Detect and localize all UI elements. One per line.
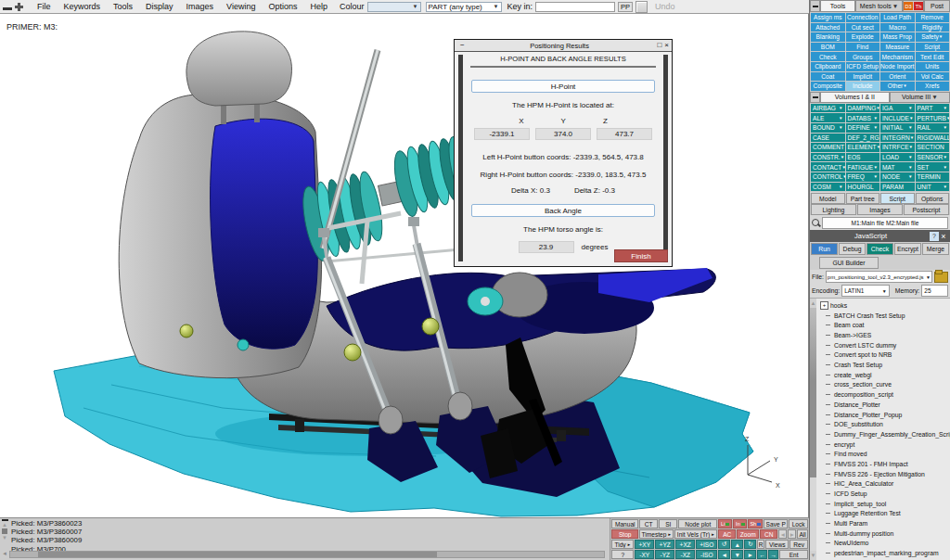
rotate-left-button[interactable]: ◄ bbox=[718, 550, 730, 559]
script-item[interactable]: Crash Test Setup bbox=[820, 360, 950, 370]
keyword-button[interactable]: PERTURB▼ bbox=[916, 113, 950, 122]
tool-button[interactable]: Rigidify bbox=[916, 23, 950, 32]
search-icon[interactable] bbox=[812, 219, 820, 227]
script-item[interactable]: Distance_Plotter bbox=[820, 400, 950, 410]
tool-button[interactable]: Macro bbox=[880, 23, 915, 32]
javascript-action-button[interactable]: Check bbox=[867, 243, 893, 255]
javascript-action-button[interactable]: Merge bbox=[922, 243, 949, 255]
scroll-up-icon[interactable]: ▲ bbox=[2, 522, 7, 528]
script-item[interactable]: create_webgl bbox=[820, 370, 950, 380]
script-item[interactable]: DOE_substitution bbox=[820, 419, 950, 429]
dialog-maximize-icon[interactable]: □ bbox=[657, 42, 661, 49]
keyword-button[interactable]: PARAM bbox=[880, 183, 915, 192]
view-minus-xy-button[interactable]: -XY bbox=[635, 550, 654, 559]
keyword-button[interactable]: LOAD▼ bbox=[880, 153, 915, 162]
tab-post[interactable]: Post bbox=[924, 0, 950, 12]
line-mode-button[interactable]: Li bbox=[718, 519, 732, 528]
scrollbar-thumb[interactable] bbox=[2, 528, 7, 534]
undo-button[interactable]: Undo bbox=[655, 2, 675, 11]
keyword-button[interactable]: RAIL▼ bbox=[916, 123, 950, 133]
views-button[interactable]: Views bbox=[765, 540, 789, 549]
script-item[interactable]: encrypt bbox=[820, 439, 950, 450]
tool-button[interactable]: Vol Calc bbox=[916, 72, 950, 82]
ac-button[interactable]: AC bbox=[718, 529, 736, 539]
tool-button[interactable]: Implicit bbox=[846, 72, 880, 82]
pan-right-button[interactable]: → bbox=[768, 550, 778, 559]
model-file-field[interactable]: M1:Main file M2:Main file bbox=[822, 217, 948, 229]
tool-button[interactable]: BOM bbox=[811, 43, 845, 52]
rev-button[interactable]: Rev bbox=[790, 540, 808, 549]
script-item[interactable]: NewUIdemo bbox=[820, 539, 950, 549]
rotate-up-button[interactable]: ▲ bbox=[731, 540, 743, 549]
tool-button[interactable]: Composite bbox=[811, 82, 845, 91]
keyword-button[interactable]: DEF_2_RG bbox=[846, 134, 880, 143]
tool-button[interactable]: Connection bbox=[846, 13, 880, 22]
keyword-button[interactable]: AIRBAG▼ bbox=[811, 104, 845, 113]
move-icon[interactable] bbox=[15, 3, 23, 11]
keyword-button[interactable]: FATIGUE▼ bbox=[846, 162, 880, 172]
folder-icon[interactable] bbox=[934, 272, 948, 283]
menu-item[interactable]: Help bbox=[303, 2, 334, 11]
menu-item[interactable]: Tools bbox=[107, 2, 139, 11]
all-button[interactable]: All bbox=[797, 529, 808, 539]
zoom-button[interactable]: Zoom bbox=[737, 529, 759, 539]
keyword-button[interactable]: EOS bbox=[846, 153, 880, 162]
tool-button[interactable]: Safety▼ bbox=[916, 32, 950, 42]
panel-nav-tab[interactable]: Lighting bbox=[811, 204, 856, 215]
scroll-down-icon[interactable]: ▼ bbox=[811, 553, 816, 558]
keyword-button[interactable]: INITIAL▼ bbox=[880, 123, 915, 133]
timestep-button[interactable]: Timestep► bbox=[639, 529, 674, 539]
script-item[interactable]: Beam coat bbox=[820, 320, 950, 330]
view-minus-yz-button[interactable]: -YZ bbox=[655, 550, 674, 559]
tool-button[interactable]: Measure bbox=[880, 43, 915, 52]
keyword-button[interactable]: BOUND▼ bbox=[811, 123, 845, 133]
tool-button[interactable]: ICFD Setup bbox=[846, 62, 880, 71]
dialog-left-grip[interactable] bbox=[458, 55, 463, 261]
tool-button[interactable]: Other▼ bbox=[880, 82, 915, 91]
keyword-button[interactable]: UNIT▼ bbox=[916, 183, 950, 192]
script-item[interactable]: BATCH Crash Test Setup bbox=[820, 311, 950, 321]
keyword-button[interactable]: TERMIN bbox=[916, 172, 950, 182]
tool-button[interactable]: Units bbox=[916, 62, 950, 71]
tool-button[interactable]: Mass Prop bbox=[880, 32, 915, 42]
keyword-button[interactable]: COMMENT bbox=[811, 143, 845, 152]
script-item[interactable]: Distance_Plotter_Popup bbox=[820, 410, 950, 420]
drag-handle-icon[interactable] bbox=[2, 519, 8, 521]
tool-button[interactable]: Script bbox=[916, 43, 950, 52]
tool-button[interactable]: Text Edit bbox=[916, 52, 950, 61]
script-item[interactable]: pedestrian_impact_marking_program bbox=[820, 548, 950, 558]
script-item[interactable]: FMVSS 201 - FMH Impact bbox=[820, 459, 950, 469]
script-item[interactable]: decomposition_script bbox=[820, 389, 950, 400]
init-vels-button[interactable]: Init Vels (Tr)► bbox=[674, 529, 717, 539]
rotate-right-button[interactable]: ► bbox=[744, 550, 756, 559]
panel-nav-tab[interactable]: Postscript bbox=[904, 204, 949, 215]
menu-item[interactable]: Keywords bbox=[58, 2, 108, 11]
pp-button[interactable]: PP bbox=[618, 2, 633, 12]
panel-nav-tab[interactable]: Script bbox=[880, 193, 915, 204]
colour-dropdown[interactable]: ▼ bbox=[367, 2, 421, 12]
tab-volume-3[interactable]: Volume III▼ bbox=[890, 92, 950, 103]
d3plot-icon[interactable]: D3 bbox=[904, 2, 913, 10]
tool-button[interactable]: Cut sect bbox=[846, 23, 880, 32]
tool-button[interactable]: Check bbox=[811, 52, 845, 61]
tool-button[interactable]: Groups bbox=[846, 52, 880, 61]
panel-minimize-button[interactable] bbox=[810, 0, 820, 12]
key-in-input[interactable] bbox=[535, 2, 615, 12]
ent-button[interactable]: Ent bbox=[779, 550, 808, 559]
expand-icon[interactable]: + bbox=[820, 301, 828, 310]
tab-volumes-1-2[interactable]: Volumes I & II bbox=[820, 92, 890, 103]
keyword-button[interactable]: PART▼ bbox=[916, 104, 950, 113]
dialog-right-grip[interactable] bbox=[663, 55, 668, 261]
tool-button[interactable]: Assign ms bbox=[811, 13, 845, 22]
stop-button[interactable]: Stop bbox=[611, 529, 638, 539]
dialog-close-icon[interactable]: × bbox=[664, 42, 669, 49]
close-icon[interactable]: × bbox=[939, 232, 948, 241]
scroll-up-icon[interactable]: ▲ bbox=[811, 300, 816, 306]
keyword-button[interactable]: DAMPING▼ bbox=[846, 104, 880, 113]
script-tree-scrollbar[interactable]: ▲ ▼ bbox=[810, 299, 816, 560]
script-item[interactable]: Multi Param bbox=[820, 518, 950, 528]
tool-button[interactable]: Mechanism bbox=[880, 52, 915, 61]
gui-builder-button[interactable]: GUI Builder bbox=[819, 257, 879, 269]
lock-button[interactable]: Lock bbox=[789, 519, 808, 528]
h-point-button[interactable]: H-Point bbox=[471, 80, 655, 93]
